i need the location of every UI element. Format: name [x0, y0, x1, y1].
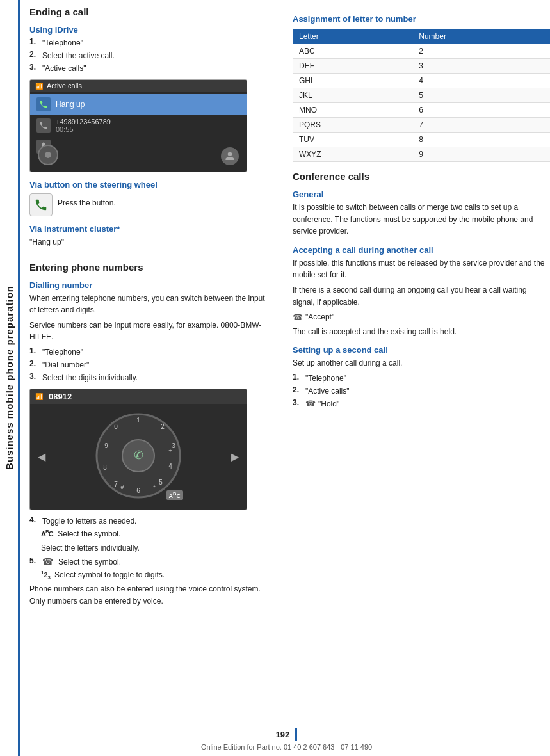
step-5-num: 5.	[29, 556, 40, 565]
section-using-idrive-title: Using iDrive	[29, 25, 273, 35]
second-call-step-num-2: 2.	[293, 385, 303, 394]
hold-step-row: ☎ "Hold"	[305, 398, 339, 410]
abc-badge: ABC	[166, 490, 183, 500]
svg-text:6: 6	[136, 487, 140, 494]
svg-text:+: +	[168, 447, 172, 454]
table-cell-number: 6	[412, 103, 550, 118]
num-symbol-row: 123 Select symbol to toggle to digits.	[41, 569, 273, 581]
second-call-step-2: 2. "Active calls"	[293, 385, 550, 397]
step-2: 2. Select the active call.	[29, 50, 273, 61]
dial-circle-container: ✆ 1 2 3 4 5 6 7 8 9 0 +	[93, 411, 183, 503]
page-number: 192	[276, 730, 290, 739]
footer-note: Online Edition for Part no. 01 40 2 607 …	[201, 743, 372, 751]
second-call-step-3: 3. ☎ "Hold"	[293, 398, 550, 410]
via-button-press-text: Press the button.	[58, 197, 116, 209]
dial-step-num-2: 2.	[29, 359, 40, 368]
table-header-letter: Letter	[293, 29, 412, 44]
call-duration: 00:55	[56, 125, 111, 133]
table-cell-letter: MNO	[293, 103, 412, 118]
table-cell-number: 3	[412, 59, 550, 74]
svg-text:4: 4	[168, 463, 172, 470]
table-cell-letter: ABC	[293, 44, 412, 59]
dial-circle-svg: ✆ 1 2 3 4 5 6 7 8 9 0 +	[93, 411, 183, 501]
phone-number-item: +4989123456789 00:55	[30, 115, 247, 136]
left-arrow-icon: ◀	[38, 451, 45, 463]
accepting-para3: The call is accepted and the existing ca…	[293, 326, 550, 338]
step-5-row: 5. ☎ Select the symbol.	[29, 556, 273, 568]
dial-step-num-3: 3.	[29, 372, 40, 381]
second-call-step-num-1: 1.	[293, 373, 303, 382]
wifi-icon-2: 📶	[35, 393, 43, 400]
table-cell-number: 2	[412, 44, 550, 59]
step-content-3: "Active calls"	[42, 63, 86, 74]
svg-text:0: 0	[114, 423, 118, 430]
side-label: Business mobile phone preparation	[0, 0, 18, 756]
svg-text:*: *	[153, 484, 156, 490]
phone-number-details: +4989123456789 00:55	[56, 118, 111, 133]
abc-step-row: ABC Select the symbol.	[41, 528, 273, 540]
side-label-text: Business mobile phone preparation	[4, 286, 15, 470]
hangup-menu-item[interactable]: Hang up	[30, 94, 247, 115]
left-column: Ending a call Using iDrive 1. "Telephone…	[23, 6, 286, 610]
step-5-text: Select the symbol.	[58, 556, 121, 568]
letters-step-text: Select the letters individually.	[41, 543, 140, 552]
after-dial-step-num-4: 4.	[29, 515, 40, 524]
page-title: Ending a call	[29, 6, 273, 17]
abc-step-text: Select the symbol.	[58, 529, 120, 538]
table-cell-number: 7	[412, 118, 550, 133]
after-dial-step-4: 4. Toggle to letters as needed.	[29, 515, 273, 527]
dialling-steps: 1. "Telephone" 2. "Dial number" 3. Selec…	[29, 346, 273, 383]
rotary-knob	[38, 145, 58, 165]
svg-text:1: 1	[136, 417, 140, 424]
letters-step-row: Select the letters individually.	[41, 542, 273, 554]
table-row: TUV8	[293, 133, 550, 147]
second-call-text: Set up another call during a call.	[293, 357, 550, 369]
second-call-steps: 1. "Telephone" 2. "Active calls" 3. ☎ "H…	[293, 373, 550, 410]
mute-menu-item	[30, 136, 247, 157]
table-row: JKL5	[293, 88, 550, 103]
right-arrow-icon: ▶	[231, 451, 239, 463]
phone-green-icon	[36, 97, 51, 111]
dial-input-number: 08912	[49, 392, 72, 401]
svg-text:3: 3	[172, 442, 175, 449]
second-call-step-content-1: "Telephone"	[305, 373, 346, 384]
table-row: GHI4	[293, 74, 550, 88]
abc-symbol: ABC	[41, 529, 53, 538]
table-cell-letter: DEF	[293, 59, 412, 74]
page-number-row: 192	[276, 728, 298, 741]
table-cell-letter: WXYZ	[293, 147, 412, 162]
dialling-title: Dialling number	[29, 280, 273, 290]
dialling-para1: When entering telephone numbers, you can…	[29, 293, 273, 316]
via-button-section: Press the button.	[29, 193, 273, 216]
hold-phone-icon: ☎	[305, 399, 316, 408]
idrive-steps: 1. "Telephone" 2. Select the active call…	[29, 37, 273, 74]
entering-numbers-title: Entering phone numbers	[29, 262, 273, 273]
table-row: WXYZ9	[293, 147, 550, 162]
num-badge: 123	[41, 570, 51, 581]
assignment-title: Assignment of letter to number	[293, 14, 550, 24]
dial-step-content-3: Select the digits individually.	[42, 372, 138, 383]
phone-sym-icon: ☎	[42, 556, 53, 567]
table-row: ABC2	[293, 44, 550, 59]
dial-step-content-2: "Dial number"	[42, 359, 89, 371]
dial-pad-area: ◀ ▶ ✆ 1 2	[30, 404, 247, 510]
dial-step-2: 2. "Dial number"	[29, 359, 273, 371]
accept-label-row: ☎ "Accept"	[293, 311, 550, 323]
table-cell-letter: GHI	[293, 74, 412, 88]
table-cell-number: 9	[412, 147, 550, 162]
phone-number-text: +4989123456789	[56, 118, 111, 125]
hangup-label: Hang up	[56, 100, 85, 109]
via-cluster-title: Via instrument cluster*	[29, 224, 273, 234]
svg-text:9: 9	[104, 442, 108, 449]
second-call-step-content-2: "Active calls"	[305, 385, 350, 397]
accepting-call-title: Accepting a call during another call	[293, 245, 550, 255]
table-row: DEF3	[293, 59, 550, 74]
table-cell-number: 8	[412, 133, 550, 147]
after-dial-step-content-4: Toggle to letters as needed.	[42, 515, 136, 527]
active-calls-title: Active calls	[47, 82, 82, 90]
knob-center	[45, 152, 51, 158]
dial-inner: 📶 08912 ◀ ▶	[30, 389, 247, 510]
active-calls-screenshot: 📶 Active calls Hang up	[29, 79, 247, 172]
table-cell-number: 5	[412, 88, 550, 103]
svg-text:✆: ✆	[134, 449, 143, 462]
